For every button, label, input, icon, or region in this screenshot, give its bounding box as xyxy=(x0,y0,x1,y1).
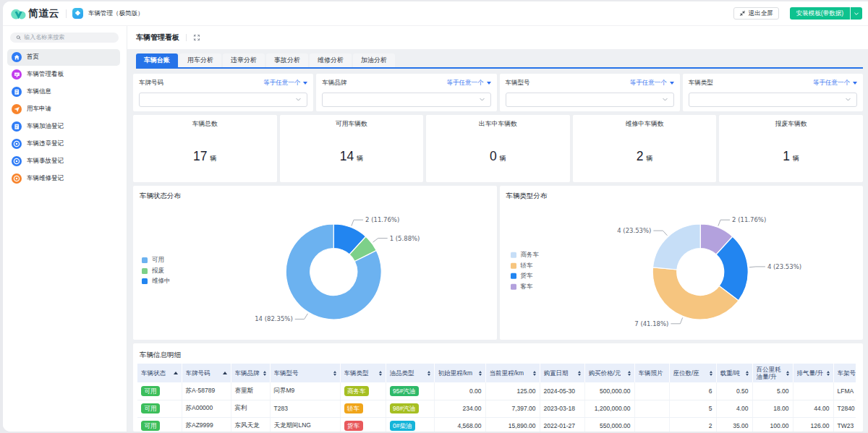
sidebar-item-车辆加油登记[interactable]: 车辆加油登记 xyxy=(7,119,120,135)
sidebar-item-车辆维修登记[interactable]: 车辆维修登记 xyxy=(7,171,120,187)
cell-车辆品牌: 宾利 xyxy=(231,400,270,417)
column-header-购置日期[interactable]: 购置日期 xyxy=(540,364,584,382)
filter-select[interactable] xyxy=(689,93,857,107)
cell-座位数/座: 6 xyxy=(669,382,716,400)
sidebar-item-用车申请[interactable]: 用车申请 xyxy=(7,101,120,118)
column-header-车辆类型[interactable]: 车辆类型 xyxy=(340,364,386,382)
filter-select[interactable] xyxy=(506,93,674,107)
tab-事故分析[interactable]: 事故分析 xyxy=(266,53,308,67)
stat-label: 出车中车辆数 xyxy=(426,120,570,129)
stat-unit: 辆 xyxy=(500,154,506,163)
stat-label: 车辆总数 xyxy=(133,120,277,129)
sidebar-item-车辆信息[interactable]: 车辆信息 xyxy=(7,84,120,100)
column-label: 百公里耗油量/升 xyxy=(757,366,783,380)
sort-icon[interactable] xyxy=(786,371,789,376)
table-row[interactable]: 可用苏AZ9999东风天龙天龙期间LNG货车0#柴油4,568.0015,890… xyxy=(137,417,856,432)
install-template-button[interactable]: 安装模板(带数据) xyxy=(790,7,850,20)
filter-operator[interactable]: 等于任意一个 xyxy=(447,79,491,87)
sort-icon[interactable] xyxy=(827,371,830,376)
sidebar-item-车辆管理看板[interactable]: 车辆管理看板 xyxy=(7,67,120,83)
brand-name: 简道云 xyxy=(28,7,59,20)
caret-down-icon xyxy=(853,82,857,85)
filter-operator-label: 等于任意一个 xyxy=(813,79,850,87)
column-header-载重/吨[interactable]: 载重/吨 xyxy=(716,364,752,382)
sort-icon[interactable] xyxy=(533,371,536,376)
column-header-车辆型号[interactable]: 车辆型号 xyxy=(270,364,340,382)
form-icon xyxy=(12,87,22,97)
column-header-车辆状态[interactable]: 车辆状态 xyxy=(137,364,182,382)
label-leader-line xyxy=(718,220,729,226)
install-template-caret-button[interactable] xyxy=(850,7,862,20)
app-window: 简道云 车辆管理（极简版） 退出全屏 安装模板(带数据) xyxy=(3,1,868,432)
cell-排气量/升: 126.00 xyxy=(793,417,833,432)
topbar: 简道云 车辆管理（极简版） 退出全屏 安装模板(带数据) xyxy=(3,1,868,26)
cell-购置日期: 2024-05-30 xyxy=(540,382,584,400)
sidebar-search-input[interactable] xyxy=(24,34,113,40)
cell-购置日期: 2023-03-18 xyxy=(540,400,584,417)
filter-head: 车辆型号等于任意一个 xyxy=(506,79,674,87)
column-header-油品类型[interactable]: 油品类型 xyxy=(386,364,434,382)
column-header-车架号[interactable]: 车架号 xyxy=(833,364,856,382)
cell-购置日期: 2022-01-27 xyxy=(540,417,584,432)
filter-select[interactable] xyxy=(322,93,490,107)
fullscreen-expand-icon[interactable] xyxy=(193,34,200,41)
tab-加油分析[interactable]: 加油分析 xyxy=(353,53,395,67)
sidebar-item-label: 车辆事故登记 xyxy=(27,157,64,166)
sort-icon[interactable] xyxy=(479,371,482,376)
sort-icon[interactable] xyxy=(263,371,266,376)
sidebar-search[interactable] xyxy=(10,33,119,43)
exit-fullscreen-icon xyxy=(739,10,746,17)
column-header-当前里程/km[interactable]: 当前里程/km xyxy=(485,364,540,382)
column-header-百公里耗油量/升[interactable]: 百公里耗油量/升 xyxy=(752,364,793,382)
tab-违章分析[interactable]: 违章分析 xyxy=(223,53,265,67)
sort-icon[interactable] xyxy=(746,371,749,376)
column-header-车牌号码[interactable]: 车牌号码 xyxy=(182,364,231,382)
filter-select[interactable] xyxy=(139,93,307,107)
stat-value: 0 xyxy=(490,149,497,164)
cell-车辆型号: T283 xyxy=(270,400,340,417)
sort-icon[interactable] xyxy=(379,371,382,376)
tab-维修分析[interactable]: 维修分析 xyxy=(310,53,352,67)
column-header-初始里程/km[interactable]: 初始里程/km xyxy=(434,364,485,382)
sort-icon[interactable] xyxy=(578,371,581,376)
slice-label: 14 (82.35%) xyxy=(255,315,293,322)
cell-车辆类型: 轿车 xyxy=(340,400,386,417)
sidebar-item-车辆事故登记[interactable]: 车辆事故登记 xyxy=(7,153,120,170)
sidebar-item-车辆违章登记[interactable]: 车辆违章登记 xyxy=(7,136,120,153)
tab-用车分析[interactable]: 用车分析 xyxy=(179,53,221,67)
sidebar-item-首页[interactable]: 首页 xyxy=(7,49,120,66)
tab-车辆台账[interactable]: 车辆台账 xyxy=(136,53,178,67)
sort-icon[interactable] xyxy=(710,371,712,376)
record-icon xyxy=(12,139,22,149)
cell-座位数/座: 2 xyxy=(669,417,716,432)
stat-unit: 辆 xyxy=(793,154,799,163)
column-header-车辆品牌[interactable]: 车辆品牌 xyxy=(231,364,270,382)
sort-ascending-icon[interactable] xyxy=(223,372,227,374)
column-label: 排气量/升 xyxy=(797,369,823,377)
status-badge: 轿车 xyxy=(344,403,363,413)
column-header-车辆照片[interactable]: 车辆照片 xyxy=(634,364,669,382)
table-row[interactable]: 可用苏A·58789赛里斯问界M9商务车95#汽油0.00125.002024-… xyxy=(137,382,856,400)
filter-operator[interactable]: 等于任意一个 xyxy=(813,79,857,87)
sort-icon[interactable] xyxy=(333,371,336,376)
column-header-排气量/升[interactable]: 排气量/升 xyxy=(793,364,833,382)
filter-operator[interactable]: 等于任意一个 xyxy=(630,79,674,87)
column-header-购买价格/元[interactable]: 购买价格/元 xyxy=(584,364,634,382)
column-label: 购买价格/元 xyxy=(589,369,621,377)
stat-row: 车辆总数17辆可用车辆数14辆出车中车辆数0辆维修中车辆数2辆报废车辆数1辆 xyxy=(133,115,863,182)
filter-operator[interactable]: 等于任意一个 xyxy=(263,79,307,87)
status-badge: 货车 xyxy=(344,421,363,431)
exit-fullscreen-button[interactable]: 退出全屏 xyxy=(733,7,779,20)
filter-row: 车牌号码等于任意一个车辆品牌等于任意一个车辆型号等于任意一个车辆类型等于任意一个 xyxy=(133,74,863,111)
status-badge: 可用 xyxy=(141,386,160,396)
stat-card-维修中车辆数: 维修中车辆数2辆 xyxy=(573,115,717,182)
table-row[interactable]: 可用苏A00000宾利T283轿车98#汽油234.007,397.002023… xyxy=(137,400,856,417)
sort-icon[interactable] xyxy=(427,371,430,376)
sort-icon[interactable] xyxy=(628,371,631,376)
column-header-座位数/座[interactable]: 座位数/座 xyxy=(669,364,716,382)
sort-ascending-icon[interactable] xyxy=(174,372,178,374)
cell-车辆状态: 可用 xyxy=(137,400,182,417)
dashboard: 车辆台账用车分析违章分析事故分析维修分析加油分析 车牌号码等于任意一个车辆品牌等… xyxy=(127,49,868,432)
cell-车架号: TW23 xyxy=(833,417,856,432)
sidebar-item-label: 车辆管理看板 xyxy=(27,70,64,79)
